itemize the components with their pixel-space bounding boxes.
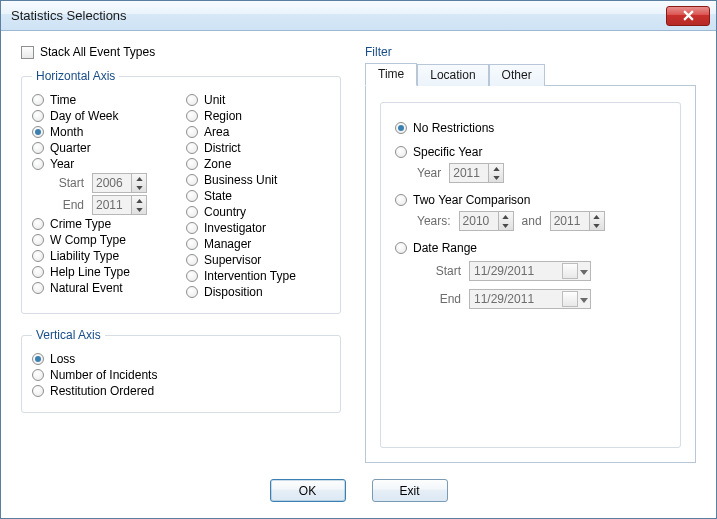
radio-day-of-week[interactable]: Day of Week <box>32 109 176 123</box>
two-year-b-spinner[interactable] <box>550 211 605 231</box>
radio-icon <box>186 126 198 138</box>
radio-number-of-incidents[interactable]: Number of Incidents <box>32 368 330 382</box>
radio-month[interactable]: Month <box>32 125 176 139</box>
chevron-down-icon <box>136 208 143 212</box>
filter-label: Filter <box>365 45 696 59</box>
radio-liability-type[interactable]: Liability Type <box>32 249 176 263</box>
radio-label: Loss <box>50 352 75 366</box>
year-end-value[interactable] <box>92 195 132 215</box>
radio-label: Supervisor <box>204 253 261 267</box>
radio-icon <box>395 194 407 206</box>
radio-icon <box>186 286 198 298</box>
chevron-up-icon <box>136 177 143 181</box>
vertical-axis-legend: Vertical Axis <box>32 328 105 342</box>
radio-icon <box>32 158 44 170</box>
radio-crime-type[interactable]: Crime Type <box>32 217 176 231</box>
chevron-down-icon <box>502 224 509 228</box>
close-button[interactable] <box>666 6 710 26</box>
radio-year[interactable]: Year <box>32 157 176 171</box>
horizontal-axis-group: Horizontal Axis TimeDay of WeekMonthQuar… <box>21 69 341 314</box>
filter-tab-panel: No Restrictions Specific Year Year <box>365 85 696 463</box>
radio-district[interactable]: District <box>186 141 330 155</box>
two-year-b-value[interactable] <box>550 211 590 231</box>
tab-time[interactable]: Time <box>365 63 417 86</box>
radio-country[interactable]: Country <box>186 205 330 219</box>
two-year-a-spinner[interactable] <box>459 211 514 231</box>
radio-label: Investigator <box>204 221 266 235</box>
ok-button[interactable]: OK <box>270 479 346 502</box>
radio-quarter[interactable]: Quarter <box>32 141 176 155</box>
radio-natural-event[interactable]: Natural Event <box>32 281 176 295</box>
exit-button[interactable]: Exit <box>372 479 448 502</box>
specific-year-value[interactable] <box>449 163 489 183</box>
filter-tabs: TimeLocationOther <box>365 63 696 86</box>
radio-w-comp-type[interactable]: W Comp Type <box>32 233 176 247</box>
radio-zone[interactable]: Zone <box>186 157 330 171</box>
tab-location[interactable]: Location <box>417 64 488 86</box>
two-year-a-value[interactable] <box>459 211 499 231</box>
radio-label: Quarter <box>50 141 91 155</box>
spinner-buttons[interactable] <box>499 211 514 231</box>
radio-icon <box>32 250 44 262</box>
radio-supervisor[interactable]: Supervisor <box>186 253 330 267</box>
radio-area[interactable]: Area <box>186 125 330 139</box>
radio-icon <box>395 122 407 134</box>
radio-icon <box>32 282 44 294</box>
radio-icon <box>32 126 44 138</box>
year-start-spinner[interactable] <box>92 173 147 193</box>
radio-label: Manager <box>204 237 251 251</box>
radio-loss[interactable]: Loss <box>32 352 330 366</box>
radio-disposition[interactable]: Disposition <box>186 285 330 299</box>
radio-label: Natural Event <box>50 281 123 295</box>
radio-icon <box>186 238 198 250</box>
radio-date-range[interactable]: Date Range <box>395 241 666 255</box>
specific-year-spinner[interactable] <box>449 163 504 183</box>
spinner-buttons[interactable] <box>489 163 504 183</box>
stack-checkbox-row[interactable]: Stack All Event Types <box>21 45 341 59</box>
date-end-label: End <box>417 292 461 306</box>
radio-label: Area <box>204 125 229 139</box>
radio-icon <box>186 190 198 202</box>
two-year-label: Years: <box>417 214 451 228</box>
window-title: Statistics Selections <box>11 8 127 23</box>
radio-specific-year[interactable]: Specific Year <box>395 145 666 159</box>
date-start-label: Start <box>417 264 461 278</box>
year-start-value[interactable] <box>92 173 132 193</box>
tab-other[interactable]: Other <box>489 64 545 86</box>
radio-region[interactable]: Region <box>186 109 330 123</box>
radio-label: Business Unit <box>204 173 277 187</box>
radio-label: State <box>204 189 232 203</box>
year-end-spinner[interactable] <box>92 195 147 215</box>
filter-time-panel: No Restrictions Specific Year Year <box>380 102 681 448</box>
button-bar: OK Exit <box>1 479 716 502</box>
spinner-buttons[interactable] <box>590 211 605 231</box>
chevron-up-icon <box>493 167 500 171</box>
radio-label: Intervention Type <box>204 269 296 283</box>
calendar-icon <box>562 263 578 279</box>
radio-icon <box>32 266 44 278</box>
radio-intervention-type[interactable]: Intervention Type <box>186 269 330 283</box>
radio-no-restrictions[interactable]: No Restrictions <box>395 121 666 135</box>
radio-unit[interactable]: Unit <box>186 93 330 107</box>
radio-manager[interactable]: Manager <box>186 237 330 251</box>
radio-label: Unit <box>204 93 225 107</box>
radio-icon <box>186 174 198 186</box>
left-column: Stack All Event Types Horizontal Axis Ti… <box>21 45 341 463</box>
radio-investigator[interactable]: Investigator <box>186 221 330 235</box>
radio-help-line-type[interactable]: Help Line Type <box>32 265 176 279</box>
spinner-buttons[interactable] <box>132 173 147 193</box>
chevron-down-icon <box>580 292 588 306</box>
radio-business-unit[interactable]: Business Unit <box>186 173 330 187</box>
chevron-down-icon <box>580 264 588 278</box>
checkbox-icon <box>21 46 34 59</box>
date-start-picker[interactable]: 11/29/2011 <box>469 261 591 281</box>
date-end-picker[interactable]: 11/29/2011 <box>469 289 591 309</box>
chevron-up-icon <box>136 199 143 203</box>
radio-icon <box>186 270 198 282</box>
radio-two-year[interactable]: Two Year Comparison <box>395 193 666 207</box>
spinner-buttons[interactable] <box>132 195 147 215</box>
radio-state[interactable]: State <box>186 189 330 203</box>
radio-restitution-ordered[interactable]: Restitution Ordered <box>32 384 330 398</box>
radio-time[interactable]: Time <box>32 93 176 107</box>
radio-label: Number of Incidents <box>50 368 157 382</box>
